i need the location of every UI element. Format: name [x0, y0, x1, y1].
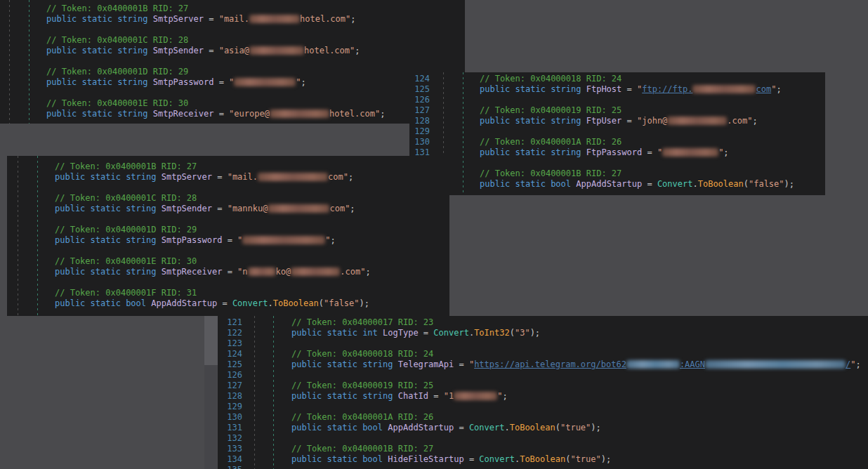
code-token: "true": [560, 423, 591, 432]
hyperlink[interactable]: com: [756, 84, 771, 94]
code-panel-ftp-top-right[interactable]: 124// Token: 0x04000018 RID: 24125public…: [409, 72, 825, 195]
code-text: public static string FtpPassword = "";: [480, 147, 729, 158]
code-token: public static bool: [291, 423, 388, 432]
code-text: public static string FtpHost = "ftp://ft…: [480, 84, 782, 95]
code-panel-smtp-top-left[interactable]: // Token: 0x0400001B RID: 27public stati…: [0, 0, 465, 124]
code-token: "false": [324, 298, 360, 308]
code-text: public static string SmtpPassword = "";: [46, 77, 306, 88]
code-token: FtpHost: [586, 84, 622, 94]
redacted-blur: [705, 360, 846, 369]
code-token: );: [601, 454, 611, 464]
code-token: public static string: [55, 267, 162, 277]
code-text: public static int LogType = Convert.ToIn…: [291, 328, 540, 338]
code-token: public static string: [55, 204, 162, 213]
code-line: [0, 88, 465, 98]
code-token: public static string: [55, 172, 162, 182]
code-token: =: [454, 359, 469, 369]
code-token: =: [217, 298, 232, 308]
code-line: 124// Token: 0x04000018 RID: 24: [409, 74, 825, 84]
code-token: =: [212, 172, 228, 182]
code-token: // Token: 0x0400001B RID: 27: [46, 4, 188, 13]
code-token: // Token: 0x0400001A RID: 26: [291, 412, 433, 422]
code-token: "europe@: [229, 109, 270, 119]
line-number: 129: [409, 126, 430, 137]
hyperlink[interactable]: ftp://ftp.: [642, 84, 692, 94]
line-number: 132: [218, 433, 242, 444]
code-token: ToBoolean: [273, 298, 319, 308]
line-number: 130: [218, 412, 242, 423]
code-text: public static string ChatId = "1";: [291, 391, 508, 402]
code-token: SmtpPassword: [153, 77, 214, 87]
code-token: =: [464, 454, 480, 464]
code-token: Convert: [479, 454, 515, 464]
line-number: 129: [218, 402, 242, 412]
code-text: // Token: 0x0400001B RID: 27: [46, 4, 188, 14]
hyperlink[interactable]: https://api.telegram.org/bot62: [474, 359, 626, 369]
code-text: // Token: 0x0400001C RID: 28: [46, 35, 188, 46]
code-text: // Token: 0x04000017 RID: 23: [291, 317, 433, 328]
code-token: public static string: [291, 359, 398, 369]
code-token: AppAddStartup: [576, 179, 642, 189]
line-number: 124: [218, 349, 242, 359]
code-line: [7, 246, 449, 256]
code-line: // Token: 0x0400001E RID: 30: [7, 256, 449, 267]
redacted-blur: [270, 110, 329, 118]
redacted-blur: [248, 267, 276, 276]
code-line: 127// Token: 0x04000019 RID: 25: [409, 105, 825, 116]
code-token: Convert: [232, 298, 268, 308]
line-number: 131: [218, 423, 242, 433]
code-text: // Token: 0x0400001D RID: 29: [46, 67, 188, 77]
code-line: public static string SmtpServer = "mail.…: [0, 14, 465, 25]
redacted-blur: [667, 117, 727, 125]
line-number: 123: [218, 338, 242, 349]
code-token: AppAddStartup: [388, 423, 454, 432]
code-token: // Token: 0x04000019 RID: 25: [480, 105, 622, 115]
code-text: public static string SmtpSender = "mannk…: [55, 204, 355, 214]
code-token: SmtpServer: [153, 14, 204, 24]
code-text: public static string SmtpReceiver = "eur…: [46, 109, 385, 119]
redacted-blur: [268, 204, 329, 213]
code-token: Convert: [469, 423, 505, 432]
code-line: public static string SmtpServer = "mail.…: [7, 172, 449, 183]
code-token: public static bool: [291, 454, 388, 464]
redacted-blur: [662, 148, 718, 157]
code-line: public static string SmtpSender = "asia@…: [0, 46, 465, 56]
code-token: );: [530, 328, 540, 338]
redacted-blur: [291, 267, 340, 276]
hyperlink[interactable]: :AAGN: [680, 359, 705, 369]
code-token: =: [622, 116, 637, 126]
code-line: 127// Token: 0x04000019 RID: 25: [204, 381, 868, 391]
code-token: ;: [502, 391, 507, 401]
code-token: ;: [355, 46, 360, 55]
code-panel-smtp-middle-left[interactable]: // Token: 0x0400001B RID: 27public stati…: [7, 156, 449, 316]
code-token: "n: [237, 267, 247, 277]
code-line: 130// Token: 0x0400001A RID: 26: [204, 412, 868, 423]
code-line: [409, 158, 825, 169]
code-token: .com": [340, 267, 365, 277]
code-token: (: [510, 328, 515, 338]
code-token: // Token: 0x04000018 RID: 24: [480, 74, 622, 84]
code-token: ;: [348, 172, 353, 182]
code-token: "mail.: [219, 14, 249, 24]
code-panel-telegram-bottom[interactable]: 121// Token: 0x04000017 RID: 23122public…: [204, 316, 868, 469]
code-token: =: [204, 46, 219, 55]
code-text: // Token: 0x0400001A RID: 26: [480, 137, 622, 147]
code-token: =: [454, 423, 469, 432]
code-text: // Token: 0x0400001B RID: 27: [480, 169, 622, 179]
code-token: ChatId: [398, 391, 428, 401]
code-token: =: [642, 147, 657, 157]
code-text: public static string SmtpServer = "mail.…: [46, 14, 356, 25]
code-token: ;: [380, 109, 385, 119]
code-text: // Token: 0x0400001D RID: 29: [55, 225, 197, 235]
code-token: SmtpReceiver: [153, 109, 214, 119]
code-token: public static string: [46, 46, 153, 55]
code-line: 128public static string FtpUser = "john@…: [409, 116, 825, 126]
code-token: ToBoolean: [698, 179, 744, 189]
code-token: ToInt32: [474, 328, 510, 338]
code-token: "john@: [637, 116, 667, 126]
code-token: ;: [855, 359, 860, 369]
code-line: // Token: 0x0400001E RID: 30: [0, 98, 465, 109]
code-token: // Token: 0x04000019 RID: 25: [291, 381, 433, 390]
code-token: // Token: 0x0400001E RID: 30: [46, 98, 188, 108]
code-line: // Token: 0x0400001C RID: 28: [0, 35, 465, 46]
